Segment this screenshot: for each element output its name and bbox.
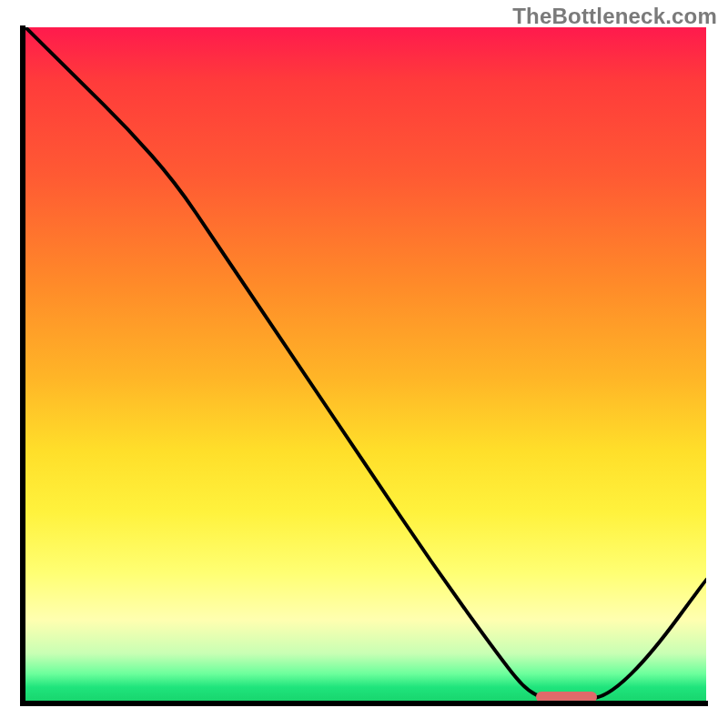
chart-frame: TheBottleneck.com — [0, 0, 728, 728]
y-axis — [20, 25, 25, 704]
x-axis — [20, 701, 708, 706]
bottleneck-curve — [25, 27, 706, 701]
optimum-marker — [536, 692, 597, 701]
curve-layer — [25, 27, 706, 701]
plot-area — [25, 27, 706, 701]
watermark-label: TheBottleneck.com — [512, 4, 717, 29]
